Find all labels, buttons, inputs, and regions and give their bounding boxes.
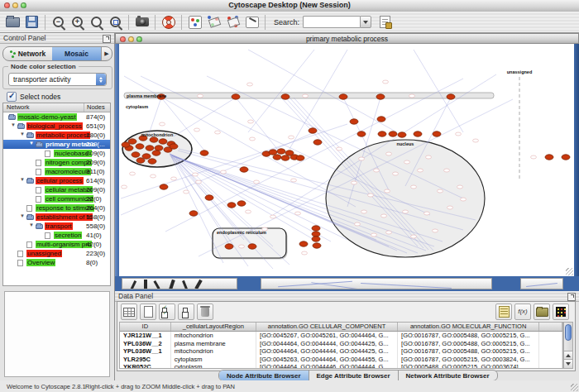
table-row-YLR295C[interactable]: YLR295Ccytoplasm[GO:0045263, GO:0044464,… — [120, 356, 562, 364]
network-node[interactable] — [194, 128, 200, 131]
open-session-button[interactable] — [3, 13, 22, 31]
region-plasma-membrane[interactable] — [124, 93, 494, 98]
network-node[interactable] — [289, 136, 294, 139]
network-node[interactable] — [444, 169, 450, 172]
network-node[interactable] — [269, 150, 277, 155]
tab-node-attribute-browser[interactable]: Node Attribute Browser — [219, 370, 309, 380]
network-node[interactable] — [339, 94, 347, 99]
network-node[interactable] — [240, 167, 248, 172]
network-node[interactable] — [146, 146, 154, 151]
network-node[interactable] — [281, 94, 290, 99]
network-node[interactable] — [374, 169, 380, 172]
node-color-dropdown[interactable]: transporter activity — [8, 73, 107, 86]
network-node[interactable] — [184, 190, 189, 194]
network-node[interactable] — [136, 144, 144, 149]
tree-row-unassigned[interactable]: unassigned223(0) — [3, 249, 110, 258]
tree-row-mosaic-demo-yeast[interactable]: mosaic-demo-yeast874(0) — [3, 112, 110, 122]
network-overview-box[interactable] — [4, 291, 110, 377]
tree-row-cellular-metabol[interactable]: cellular metabol209(0) — [3, 185, 110, 194]
hidden-window-3[interactable] — [520, 278, 563, 289]
network-node[interactable] — [122, 185, 127, 189]
table-header-annotation.GO MOLECULAR_FUNCTION[interactable]: annotation.GO MOLECULAR_FUNCTION — [398, 323, 539, 331]
annotation-select-button[interactable] — [242, 13, 261, 31]
select-nodes-checkbox-row[interactable]: Select nodes — [7, 92, 60, 102]
network-node[interactable] — [232, 94, 240, 99]
table-row-YJR121W__1[interactable]: YJR121W__1mitochondrion[GO:0045267, GO:0… — [120, 332, 562, 340]
network-node[interactable] — [411, 185, 417, 189]
network-tree-header[interactable]: Network Nodes — [3, 103, 110, 112]
tab-network[interactable]: Network — [3, 47, 52, 60]
network-node[interactable] — [389, 131, 397, 136]
network-node[interactable] — [531, 155, 537, 159]
float-panel-icon[interactable] — [103, 35, 111, 43]
tree-row-establishment-of-lo[interactable]: ▼establishment of lo558(0) — [3, 213, 110, 222]
network-node[interactable] — [355, 222, 361, 226]
network-node[interactable] — [247, 83, 253, 86]
network-node[interactable] — [237, 201, 246, 206]
network-node[interactable] — [273, 155, 281, 160]
network-node[interactable] — [302, 251, 308, 255]
trash-button[interactable] — [197, 304, 213, 320]
hidden-window-2[interactable] — [261, 278, 492, 289]
tree-row-multi-organism-pro[interactable]: multi-organism pro42(0) — [3, 240, 110, 249]
table-header-annotation.GO CELLULAR_COMPONENT[interactable]: annotation.GO CELLULAR_COMPONENT — [256, 323, 398, 331]
network-view-titlebar[interactable]: primary metabolic process — [115, 33, 579, 44]
network-node[interactable] — [361, 210, 367, 213]
search-advanced-button[interactable] — [376, 13, 395, 31]
network-node[interactable] — [281, 155, 290, 160]
network-node[interactable] — [426, 155, 432, 159]
tree-row-overview[interactable]: Overview8(0) — [3, 258, 110, 267]
search-dropdown-button[interactable] — [360, 16, 371, 28]
search-input[interactable] — [303, 16, 360, 28]
network-node[interactable] — [386, 231, 392, 234]
tree-expand-icon[interactable]: ▼ — [20, 131, 25, 136]
scroll-down-button[interactable] — [564, 359, 572, 368]
layout-degree-button[interactable] — [223, 13, 242, 31]
tree-expand-icon[interactable]: ▼ — [29, 222, 34, 227]
network-node[interactable] — [385, 189, 390, 193]
network-node[interactable] — [198, 94, 203, 98]
network-node[interactable] — [433, 131, 441, 136]
network-node[interactable] — [350, 119, 358, 124]
network-node[interactable] — [398, 132, 406, 137]
tree-row-primary-metabo[interactable]: ▼primary metabo209(... — [3, 140, 110, 149]
network-node[interactable] — [221, 170, 227, 174]
network-node[interactable] — [352, 181, 357, 184]
network-node[interactable] — [189, 211, 198, 216]
network-node[interactable] — [200, 151, 208, 155]
network-node[interactable] — [357, 131, 366, 136]
window-titlebar[interactable]: Cytoscape Desktop (New Session) — [0, 0, 579, 12]
network-node[interactable] — [155, 146, 163, 151]
network-node[interactable] — [377, 117, 385, 122]
network-node[interactable] — [461, 198, 467, 201]
tab-edge-attribute-browser[interactable]: Edge Attribute Browser — [309, 370, 399, 380]
table-header-_cellularLayoutRegion[interactable]: _cellularLayoutRegion — [171, 323, 256, 331]
network-node[interactable] — [291, 179, 297, 182]
network-node[interactable] — [270, 215, 276, 218]
network-node[interactable] — [438, 189, 443, 193]
network-node[interactable] — [447, 94, 455, 99]
tab-mosaic[interactable]: Mosaic — [52, 47, 101, 60]
network-edge[interactable] — [414, 50, 463, 132]
layout-attributes-button[interactable] — [204, 13, 223, 31]
table-row-YKR052C[interactable]: YKR052Ccytoplasm[GO:0044464, GO:0044446,… — [120, 363, 562, 369]
network-node[interactable] — [152, 151, 160, 155]
network-node[interactable] — [309, 128, 317, 133]
network-node[interactable] — [371, 233, 377, 237]
network-node[interactable] — [312, 237, 320, 241]
network-node[interactable] — [205, 195, 213, 200]
network-node[interactable] — [142, 154, 151, 159]
network-node[interactable] — [433, 229, 438, 232]
network-node[interactable] — [151, 174, 156, 178]
network-node[interactable] — [386, 152, 392, 155]
checklist-button[interactable] — [159, 304, 175, 320]
tree-row-nitrogen-compo[interactable]: nitrogen compo209(0) — [3, 158, 110, 167]
network-canvas[interactable]: plasma membranecytoplasmmitochondrionnuc… — [119, 44, 574, 276]
network-edge[interactable] — [248, 50, 397, 132]
attribute-table[interactable]: ID_cellularLayoutRegionannotation.GO CEL… — [119, 322, 563, 369]
network-node[interactable] — [383, 80, 389, 84]
network-node[interactable] — [299, 241, 308, 246]
network-node[interactable] — [227, 203, 236, 208]
help-lifesaver-button[interactable] — [159, 13, 178, 31]
tree-row-transport[interactable]: ▼transport558(0) — [3, 222, 110, 231]
